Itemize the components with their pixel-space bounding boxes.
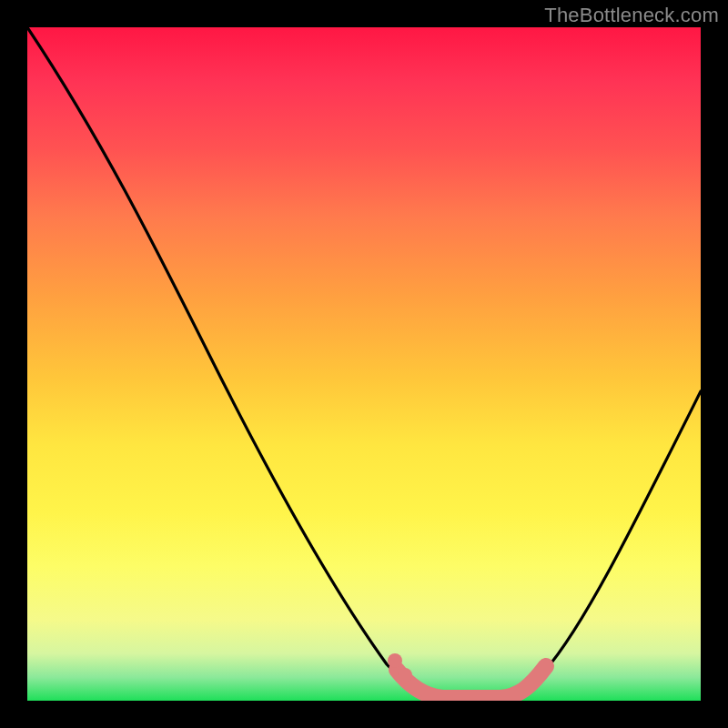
sweet-spot-highlight (397, 666, 546, 698)
curve-layer (27, 27, 701, 701)
plot-area (27, 27, 701, 701)
chart-frame: TheBottleneck.com (0, 0, 728, 728)
watermark-text: TheBottleneck.com (544, 4, 719, 27)
bottleneck-curve (27, 27, 701, 700)
sweet-spot-dot (388, 653, 402, 668)
sweet-spot-dot (398, 668, 412, 682)
